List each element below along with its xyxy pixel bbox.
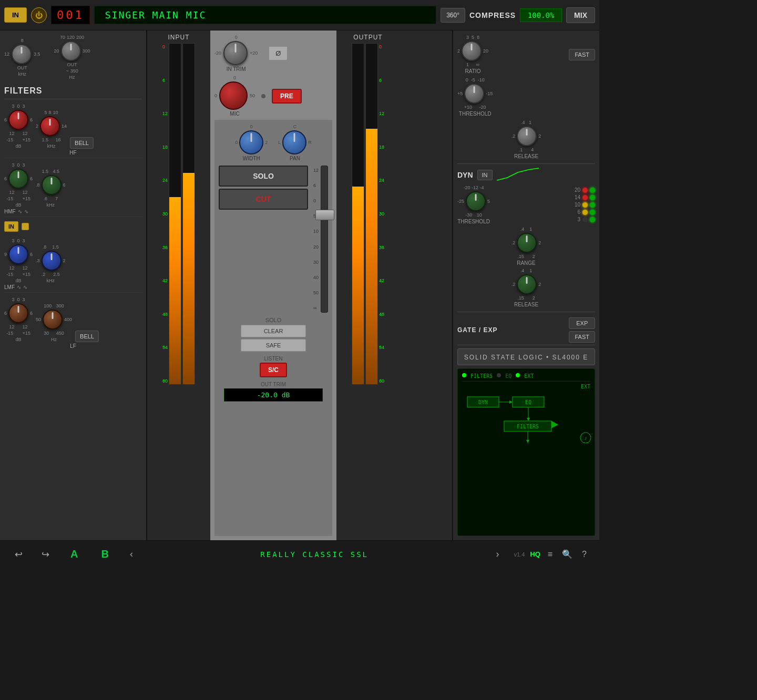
led-group: 20 14 10 (570, 187, 595, 222)
safe-button[interactable]: SAFE (241, 339, 306, 352)
led-14-red (582, 195, 588, 200)
led-20-green (590, 188, 595, 193)
plugin-container: IN 001 SINGER MAIN MIC 360° COMPRESS 100… (0, 0, 599, 568)
fader-num-inf: ∞ (313, 305, 319, 311)
dyn-threshold-knob[interactable] (466, 191, 486, 211)
range-knob[interactable] (517, 233, 537, 253)
filter-hz-knob[interactable] (61, 41, 81, 61)
input-meter-left (169, 43, 181, 385)
eq-indicator (22, 223, 29, 230)
next-button[interactable]: › (492, 547, 503, 562)
in-button[interactable]: IN (4, 7, 27, 23)
dyn-curve (497, 167, 539, 183)
listen-label: LISTEN (264, 356, 282, 362)
phase-button[interactable]: Ø (268, 46, 288, 61)
sig-eq-label: EQ (505, 373, 512, 379)
compress-threshold-knob[interactable] (464, 84, 484, 104)
filter-top-knob[interactable] (12, 44, 32, 64)
led-6-yellow (582, 210, 588, 215)
exp-button[interactable]: EXP (569, 317, 595, 329)
hf-db-knob[interactable] (8, 110, 28, 130)
ssl-badge-text: SOLID STATE LOGIC • SL4000 E (464, 354, 589, 361)
sc-button[interactable]: S/C (260, 363, 287, 377)
hf-bell-button[interactable]: BELL (70, 137, 94, 149)
meter-scale-54: 54 (162, 345, 168, 350)
meter-scale-12: 12 (162, 111, 168, 116)
hmf-freq-knob[interactable] (42, 175, 62, 195)
svg-text:♪: ♪ (585, 435, 587, 441)
fader-track[interactable] (321, 166, 328, 313)
lf-bell-button[interactable]: BELL (75, 331, 99, 342)
prev-button[interactable]: ‹ (126, 547, 137, 562)
filters-dot (462, 373, 466, 377)
threshold-label: THRESHOLD (459, 111, 492, 117)
cut-button[interactable]: CUT (219, 189, 308, 210)
signal-flow-svg: DYN EQ FILTERS (462, 392, 594, 444)
dyn-release-knob[interactable] (517, 274, 537, 294)
width-knob[interactable] (239, 130, 263, 155)
hmf-db-knob[interactable] (8, 169, 28, 189)
btn-360[interactable]: 360° (441, 8, 465, 23)
sig-filters-label: FILTERS (470, 373, 493, 379)
lf-freq-knob[interactable] (43, 310, 63, 330)
pre-button[interactable]: PRE (272, 89, 302, 104)
gate-exp-label: GATE / EXP (457, 326, 497, 334)
sig-ext2-label: EXT (581, 384, 590, 389)
ratio-knob[interactable] (462, 41, 482, 61)
solo-clear-label: SOLO (241, 317, 306, 323)
fader-num-10: 10 (313, 229, 319, 234)
signal-display: FILTERS EQ EXT EXT DYN (457, 368, 595, 536)
mic-knob[interactable] (219, 81, 248, 110)
middle-panel: INPUT 0 6 12 18 24 30 36 42 48 (147, 30, 452, 540)
fader-num-20: 20 (313, 244, 319, 250)
out-meter-scale-0: 0 (379, 44, 384, 49)
mic-led (261, 94, 265, 98)
out-trim-value: -20.0 dB (224, 388, 322, 402)
redo-button[interactable]: ↪ (37, 547, 54, 562)
led-3-green (590, 217, 595, 222)
output-meter-left (352, 43, 364, 385)
clear-button[interactable]: CLEAR (241, 325, 306, 337)
top-bar: IN 001 SINGER MAIN MIC 360° COMPRESS 100… (0, 0, 599, 30)
fader-thumb[interactable] (315, 210, 334, 220)
eq-dot (497, 373, 501, 377)
lf-db-knob[interactable] (8, 303, 28, 323)
fader-num-40: 40 (313, 275, 319, 280)
ratio-label: RATIO (465, 68, 481, 74)
preset-b-button[interactable]: B (95, 546, 115, 562)
fader-num-0: 0 (313, 198, 319, 203)
settings-button[interactable]: ≡ (546, 548, 555, 561)
in-trim-knob[interactable] (223, 41, 248, 65)
input-meter-right (182, 43, 195, 385)
svg-marker-12 (551, 421, 558, 428)
dyn-label: DYN (457, 171, 473, 179)
power-button[interactable] (31, 7, 47, 23)
solo-button[interactable]: SOLO (219, 166, 308, 187)
pan-knob[interactable] (282, 130, 306, 155)
sig-ext-label: EXT (524, 373, 534, 379)
lmf-db-knob[interactable] (8, 244, 28, 264)
dyn-release-label: RELEASE (514, 302, 538, 307)
undo-button[interactable]: ↩ (11, 547, 27, 562)
width-label: WIDTH (243, 156, 260, 161)
compress-value: 100.0% (520, 8, 562, 22)
search-button[interactable]: 🔍 (560, 547, 575, 561)
hf-freq-knob[interactable] (40, 116, 60, 136)
fast-button[interactable]: FAST (569, 49, 595, 60)
led-10-green (590, 202, 595, 208)
meter-scale-24: 24 (162, 178, 168, 183)
meter-scale-0: 0 (162, 44, 168, 49)
mix-button[interactable]: MIX (566, 7, 595, 23)
eq-in-button[interactable]: IN (4, 221, 18, 232)
release-knob[interactable] (517, 126, 537, 146)
ssl-badge: SOLID STATE LOGIC • SL4000 E (457, 348, 595, 365)
preset-a-button[interactable]: A (64, 546, 84, 562)
hq-button[interactable]: HQ (530, 550, 540, 558)
fast2-button[interactable]: FAST (569, 331, 595, 343)
left-panel: 8 12 3.5 OUT kHz 70120200 20 300 OUT ~ (0, 30, 147, 540)
version-text: v1.4 (514, 551, 525, 558)
svg-text:FILTERS: FILTERS (517, 424, 539, 429)
help-button[interactable]: ? (580, 548, 589, 561)
lmf-freq-knob[interactable] (42, 251, 62, 271)
dyn-in-button[interactable]: IN (477, 170, 493, 180)
